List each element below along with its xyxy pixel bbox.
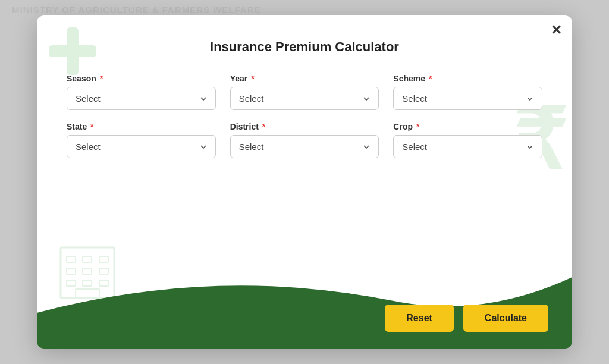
label-crop: Crop * — [393, 122, 542, 131]
form-group-scheme: Scheme * Select — [393, 74, 542, 110]
required-marker-district: * — [260, 122, 265, 131]
select-crop[interactable]: Select — [393, 135, 542, 158]
required-marker-scheme: * — [426, 74, 432, 83]
select-season[interactable]: Select — [67, 87, 216, 110]
form-group-state: State * Select — [67, 122, 216, 158]
bg-ministry-text: MINISTRY OF AGRICULTURE & FARMERS WELFAR… — [12, 5, 261, 15]
label-district: District * — [230, 122, 379, 131]
required-marker-crop: * — [414, 122, 419, 131]
form-grid: Season * Select Year * Select — [67, 74, 542, 158]
modal-title: Insurance Premium Calculator — [67, 39, 542, 55]
form-group-season: Season * Select — [67, 74, 216, 110]
close-button[interactable]: ✕ — [551, 24, 561, 37]
form-group-year: Year * Select — [230, 74, 379, 110]
required-marker-year: * — [249, 74, 254, 83]
select-year[interactable]: Select — [230, 87, 379, 110]
required-marker-season: * — [98, 74, 103, 83]
select-scheme[interactable]: Select — [393, 87, 542, 110]
modal-footer: Reset Calculate — [385, 305, 548, 332]
required-marker-state: * — [88, 122, 93, 131]
form-group-district: District * Select — [230, 122, 379, 158]
reset-button[interactable]: Reset — [385, 305, 454, 332]
label-scheme: Scheme * — [393, 74, 542, 83]
calculate-button[interactable]: Calculate — [463, 305, 548, 332]
label-season: Season * — [67, 74, 216, 83]
form-group-crop: Crop * Select — [393, 122, 542, 158]
backdrop: MINISTRY OF AGRICULTURE & FARMERS WELFAR… — [0, 0, 609, 364]
label-state: State * — [67, 122, 216, 131]
modal-body: Insurance Premium Calculator Season * Se… — [37, 15, 572, 349]
select-state[interactable]: Select — [67, 135, 216, 158]
label-year: Year * — [230, 74, 379, 83]
modal-container: ₹ ✕ Insurance Premium Calculator — [37, 15, 572, 349]
select-district[interactable]: Select — [230, 135, 379, 158]
